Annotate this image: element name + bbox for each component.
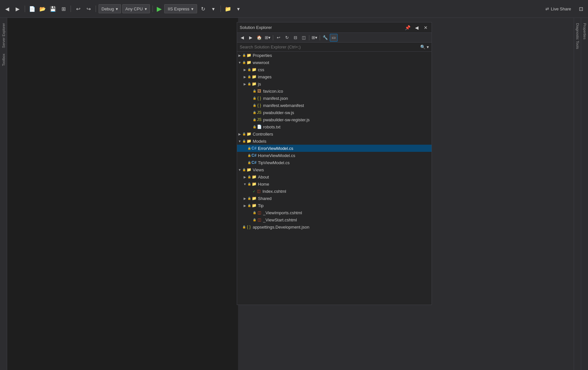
se-close-btn[interactable]: ✕ [422,24,429,31]
expand-btn[interactable]: ▶ [242,81,247,86]
tree-item-homeviewmodel[interactable]: 🔒C#HomeViewModel.cs [237,152,432,159]
tree-item-about[interactable]: ▶🔒📁About [237,173,432,180]
search-input[interactable] [240,45,419,49]
se-hierarchy-btn[interactable]: ⊞▾ [311,34,318,42]
lock-icon: 🔒 [253,89,256,93]
tree-item-css[interactable]: ▶🔒📁css [237,66,432,73]
tree-item-errorviewmodel[interactable]: 🔒C#ErrorViewModel.cs [237,145,432,152]
collapse-btn[interactable]: ▼ [237,60,242,65]
se-back-btn[interactable]: ◀ [238,34,246,42]
se-home-btn[interactable]: 🏠 [255,34,263,42]
tree-item-robots[interactable]: 🔒📄robots.txt [237,123,432,130]
expand-btn[interactable]: ▶ [237,53,242,58]
debug-config-label: Debug [101,7,114,11]
expand-spacer [242,153,247,158]
folder-icon: 📁 [251,196,257,201]
se-preview-btn[interactable]: ▭ [330,34,338,42]
tree-item-index-cshtml[interactable]: ✓◫Index.cshtml [237,188,432,195]
json-file-icon: { } [246,224,251,230]
sidebar-item-server-explorer[interactable]: Server Explorer [1,20,7,50]
save-btn[interactable]: 💾 [48,4,58,13]
expand-btn[interactable]: ▶ [237,131,242,137]
expand-btn[interactable]: ▶ [242,67,247,72]
tree-item-tip[interactable]: ▶🔒📁Tip [237,202,432,209]
tree-item-label: favicon.ico [263,89,283,94]
sidebar-item-toolbox[interactable]: Toolbox [1,51,7,69]
nav-forward-btn[interactable]: ▶ [13,4,22,13]
sep5 [220,6,221,12]
se-collapse-btn[interactable]: ⊟ [291,34,299,42]
ext-btn[interactable]: ▾ [234,4,243,13]
expand-btn[interactable]: ▶ [242,174,247,179]
tree-item-wwwroot[interactable]: ▼🔒📁wwwroot [237,59,432,66]
tree-item-js[interactable]: ▶🔒📁js [237,80,432,87]
manage-btn[interactable]: 📁 [223,4,233,13]
tree-item-controllers[interactable]: ▶🔒📁Controllers [237,130,432,138]
se-show-all-btn[interactable]: ⊞▾ [264,34,272,42]
iis-express-btn[interactable]: IIS Express ▾ [164,4,197,13]
undo-btn[interactable]: ↩ [74,4,83,13]
tree-item-label: pwabuilder-sw-register.js [263,117,310,122]
refresh-btn[interactable]: ↻ [198,4,207,13]
run-btn[interactable]: ▶ [157,5,162,13]
lock-icon: 🔒 [247,161,251,164]
toolbar-right: ⇄ Live Share ⊡ [543,4,585,14]
se-sync-btn[interactable]: ↩ [274,34,282,42]
tree-item-viewimports[interactable]: 🔒◫_ViewImports.cshtml [237,209,432,216]
expand-btn[interactable]: ▶ [242,196,247,201]
collapse-btn[interactable]: ▼ [237,167,242,172]
new-file-btn[interactable]: 📄 [28,4,37,13]
collapse-btn[interactable]: ▼ [237,139,242,144]
tree-item-images[interactable]: ▶🔒📁images [237,73,432,80]
json-file-icon: { } [257,96,262,101]
se-pin-btn[interactable]: 📌 [404,24,411,31]
tree-item-properties[interactable]: ▶🔒📁Properties [237,52,432,59]
live-share-label: Live Share [551,7,571,11]
tree-item-appsettings-dev[interactable]: 🔒{ }appsettings.Development.json [237,223,432,231]
se-refresh-btn[interactable]: ↻ [283,34,291,42]
solution-explorer-tree: ▶🔒📁Properties▼🔒📁wwwroot▶🔒📁css▶🔒📁images▶🔒… [237,52,432,305]
tree-item-label: Shared [258,196,272,201]
se-view-btn[interactable]: ◫ [300,34,308,42]
cs-file-icon: C# [251,160,257,165]
refresh-dropdown-btn[interactable]: ▾ [209,4,218,13]
open-file-btn[interactable]: 📂 [38,4,47,13]
redo-btn[interactable]: ↪ [84,4,93,13]
folder-icon: 📁 [246,139,251,144]
collapse-btn[interactable]: ▼ [242,181,247,187]
expand-btn[interactable]: ▶ [242,203,247,208]
tree-item-home[interactable]: ▼🔒📁Home [237,180,432,188]
cs-file-icon: C# [251,153,257,158]
tree-item-pwabuilder-reg[interactable]: 🔒JSpwabuilder-sw-register.js [237,116,432,123]
sidebar-item-diagnostic-tools[interactable]: Diagnostic Tools [575,20,581,52]
folder-icon: 📁 [246,60,251,65]
se-properties-btn[interactable]: 🔧 [321,34,329,42]
search-icon[interactable]: 🔍 [420,45,425,49]
live-share-btn[interactable]: ⇄ Live Share [543,4,574,14]
se-forward-btn[interactable]: ▶ [247,34,255,42]
tree-item-manifest-web[interactable]: 🔒{ }manifest.webmanifest [237,102,432,109]
tree-item-label: Controllers [253,132,273,137]
tree-item-tipviewmodel[interactable]: 🔒C#TipViewModel.cs [237,159,432,166]
tree-item-pwabuilder-sw[interactable]: 🔒JSpwabuilder-sw.js [237,109,432,116]
nav-back-btn[interactable]: ◀ [3,4,12,13]
iis-label: IIS Express [168,7,189,11]
save-all-btn[interactable]: ⊞ [59,4,68,13]
sidebar-item-properties[interactable]: Properties [582,20,588,42]
tree-item-views[interactable]: ▼🔒📁Views [237,166,432,173]
debug-config-dropdown[interactable]: Debug ▾ [99,4,121,13]
tree-item-viewstart[interactable]: 🔒◫_ViewStart.cshtml [237,216,432,223]
cpu-dropdown[interactable]: Any CPU ▾ [122,4,150,13]
tree-item-manifest-json[interactable]: 🔒{ }manifest.json [237,95,432,102]
expand-btn[interactable]: ▶ [242,74,247,79]
tree-item-shared[interactable]: ▶🔒📁Shared [237,195,432,202]
tree-item-label: manifest.json [263,96,288,101]
lock-icon: 🔒 [253,104,256,107]
js-file-icon: JS [257,117,262,122]
tree-item-models[interactable]: ▼🔒📁Models [237,138,432,145]
se-auto-hide-btn[interactable]: ◀ [413,24,420,31]
search-options-btn[interactable]: ▾ [427,45,429,49]
tree-item-favicon[interactable]: 🔒🖼favicon.ico [237,87,432,95]
feedback-btn[interactable]: ⊡ [576,4,585,13]
sep1 [25,6,25,12]
